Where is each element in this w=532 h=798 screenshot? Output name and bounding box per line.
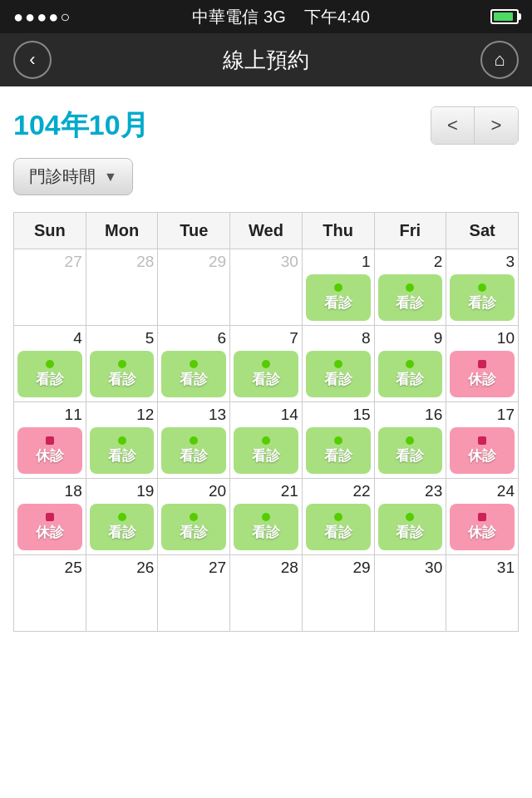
calendar-day-cell[interactable]: 14看診 xyxy=(230,402,303,479)
available-badge[interactable]: 看診 xyxy=(90,427,155,474)
available-badge[interactable]: 看診 xyxy=(306,351,371,397)
day-number: 3 xyxy=(450,253,515,271)
green-dot-icon xyxy=(46,360,54,368)
green-dot-icon xyxy=(118,360,126,368)
prev-month-button[interactable]: < xyxy=(431,107,475,144)
available-badge[interactable]: 看診 xyxy=(161,351,226,397)
available-badge[interactable]: 看診 xyxy=(161,427,226,474)
calendar-day-cell: 28 xyxy=(230,555,303,632)
calendar-day-cell[interactable]: 18休診 xyxy=(14,479,86,555)
calendar-day-cell[interactable]: 13看診 xyxy=(158,402,230,479)
available-badge[interactable]: 看診 xyxy=(378,504,443,550)
calendar-day-cell: 25 xyxy=(14,555,86,632)
available-badge[interactable]: 看診 xyxy=(234,504,298,550)
day-number: 12 xyxy=(90,406,155,424)
available-badge[interactable]: 看診 xyxy=(234,427,298,474)
closed-badge[interactable]: 休診 xyxy=(17,504,82,550)
closed-badge[interactable]: 休診 xyxy=(17,427,82,474)
closed-badge[interactable]: 休診 xyxy=(450,504,515,550)
pink-square-icon xyxy=(46,513,54,521)
weekday-wed: Wed xyxy=(230,213,303,249)
green-dot-icon xyxy=(190,436,198,445)
day-number: 15 xyxy=(306,406,371,424)
badge-label: 看診 xyxy=(108,446,136,466)
calendar-day-cell[interactable]: 7看診 xyxy=(230,326,303,402)
carrier-time: 中華電信 3G 下午4:40 xyxy=(192,6,369,28)
signal-dots: ●●●●○ xyxy=(13,7,71,27)
day-number: 21 xyxy=(234,482,298,500)
weekday-sun: Sun xyxy=(14,213,86,249)
day-number: 27 xyxy=(161,559,226,577)
badge-label: 看診 xyxy=(252,370,280,389)
calendar-day-cell[interactable]: 19看診 xyxy=(86,479,158,555)
calendar-day-cell[interactable]: 12看診 xyxy=(86,402,158,479)
day-number: 5 xyxy=(90,329,155,347)
calendar-day-cell[interactable]: 22看診 xyxy=(302,479,374,555)
closed-badge[interactable]: 休診 xyxy=(450,427,515,474)
day-number: 20 xyxy=(161,482,226,500)
badge-label: 休診 xyxy=(468,370,496,389)
green-dot-icon xyxy=(334,283,342,292)
calendar-day-cell[interactable]: 2看診 xyxy=(374,249,446,326)
badge-label: 看診 xyxy=(396,446,424,466)
calendar-day-cell[interactable]: 11休診 xyxy=(14,402,86,479)
green-dot-icon xyxy=(406,360,414,368)
day-number: 24 xyxy=(450,482,515,500)
available-badge[interactable]: 看診 xyxy=(306,274,371,321)
pink-square-icon xyxy=(46,436,54,445)
available-badge[interactable]: 看診 xyxy=(306,504,371,550)
day-number: 29 xyxy=(306,559,371,577)
weekday-thu: Thu xyxy=(302,213,374,249)
badge-label: 休診 xyxy=(468,446,496,466)
time-label: 下午4:40 xyxy=(304,7,370,26)
calendar-day-cell: 29 xyxy=(158,249,230,326)
available-badge[interactable]: 看診 xyxy=(161,504,226,550)
available-badge[interactable]: 看診 xyxy=(306,427,371,474)
calendar-day-cell[interactable]: 1看診 xyxy=(302,249,374,326)
calendar-day-cell[interactable]: 4看診 xyxy=(14,326,86,402)
calendar-day-cell[interactable]: 16看診 xyxy=(374,402,446,479)
calendar-day-cell[interactable]: 6看診 xyxy=(158,326,230,402)
weekday-tue: Tue xyxy=(158,213,230,249)
calendar-day-cell[interactable]: 15看診 xyxy=(302,402,374,479)
calendar-day-cell[interactable]: 23看診 xyxy=(374,479,446,555)
calendar-day-cell[interactable]: 21看診 xyxy=(230,479,303,555)
next-month-button[interactable]: > xyxy=(475,107,518,144)
day-number: 1 xyxy=(306,253,371,271)
calendar-day-cell: 30 xyxy=(374,555,446,632)
badge-label: 看診 xyxy=(324,293,352,313)
back-button[interactable]: ‹ xyxy=(13,41,52,79)
day-number: 7 xyxy=(234,329,298,347)
available-badge[interactable]: 看診 xyxy=(17,351,82,397)
badge-label: 看診 xyxy=(324,370,352,389)
available-badge[interactable]: 看診 xyxy=(450,274,515,321)
calendar-day-cell[interactable]: 24休診 xyxy=(446,479,519,555)
calendar-day-cell[interactable]: 10休診 xyxy=(446,326,519,402)
calendar-day-cell[interactable]: 9看診 xyxy=(374,326,446,402)
day-number: 29 xyxy=(161,253,226,271)
available-badge[interactable]: 看診 xyxy=(378,351,443,397)
available-badge[interactable]: 看診 xyxy=(90,351,155,397)
green-dot-icon xyxy=(334,513,342,521)
calendar-day-cell[interactable]: 3看診 xyxy=(446,249,519,326)
calendar-day-cell: 30 xyxy=(230,249,303,326)
badge-label: 看診 xyxy=(324,446,352,466)
calendar-day-cell[interactable]: 17休診 xyxy=(446,402,519,479)
green-dot-icon xyxy=(118,513,126,521)
closed-badge[interactable]: 休診 xyxy=(450,351,515,397)
calendar-day-cell[interactable]: 5看診 xyxy=(86,326,158,402)
available-badge[interactable]: 看診 xyxy=(234,351,298,397)
calendar-day-cell[interactable]: 8看診 xyxy=(302,326,374,402)
available-badge[interactable]: 看診 xyxy=(378,427,443,474)
calendar-day-cell[interactable]: 20看診 xyxy=(158,479,230,555)
nav-bar: ‹ 線上預約 ⌂ xyxy=(0,33,532,86)
calendar-week-row: 18休診19看診20看診21看診22看診23看診24休診 xyxy=(14,479,519,555)
available-badge[interactable]: 看診 xyxy=(90,504,155,550)
day-number: 26 xyxy=(90,559,155,577)
home-button[interactable]: ⌂ xyxy=(480,41,519,79)
carrier-label: 中華電信 3G xyxy=(192,7,285,26)
available-badge[interactable]: 看診 xyxy=(378,274,443,321)
calendar-day-cell: 27 xyxy=(14,249,86,326)
clinic-time-dropdown[interactable]: 門診時間 ▼ xyxy=(13,158,133,195)
calendar-day-cell: 26 xyxy=(86,555,158,632)
